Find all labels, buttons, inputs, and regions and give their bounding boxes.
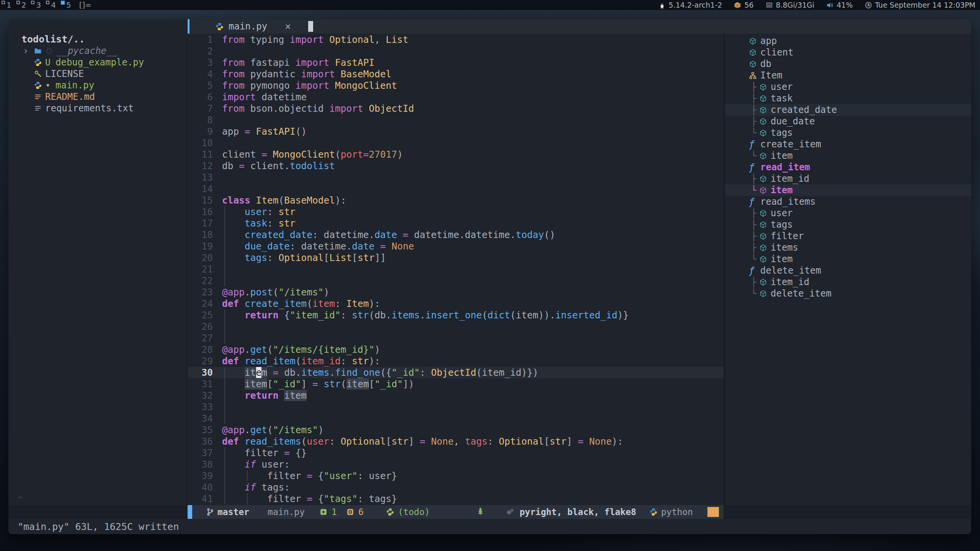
code-line-38[interactable]: 38│ if user: [188, 459, 724, 470]
file-main.py[interactable]: •main.py [8, 80, 187, 91]
code-line-3[interactable]: 3from fastapi import FastAPI [188, 57, 724, 68]
code-line-15[interactable]: 15class Item(BaseModel): [188, 195, 724, 206]
workspace-4[interactable]: 4 [46, 0, 56, 10]
outline-symbol-user[interactable]: ├user [725, 81, 971, 93]
workspace-2[interactable]: 2 [16, 0, 26, 10]
outline-symbol-item[interactable]: └item [725, 150, 971, 161]
code-line-6[interactable]: 6import datetime [188, 91, 724, 103]
code-line-36[interactable]: 36def read_items(user: Optional[str] = N… [188, 436, 724, 447]
code-line-13[interactable]: 13 [188, 172, 724, 183]
file-LICENSE[interactable]: LICENSE [8, 68, 187, 80]
lines-icon [34, 93, 45, 101]
code-line-39[interactable]: 39│ │ filter = {"user": user} [188, 470, 724, 482]
outline-symbol-filter[interactable]: ├filter [725, 230, 971, 242]
code-line-25[interactable]: 25│ return {"item_id": str(db.items.inse… [188, 310, 724, 321]
outline-symbol-user[interactable]: ├user [725, 207, 971, 219]
git-branch[interactable]: master [206, 507, 249, 517]
code-line-22[interactable]: 22│ [188, 275, 724, 287]
outline-symbol-client[interactable]: client [725, 47, 971, 58]
outline-symbol-create_item[interactable]: ƒcreate_item [725, 139, 971, 150]
code-line-16[interactable]: 16│ user: str [188, 206, 724, 218]
code-line-5[interactable]: 5from pymongo import MongoClient [188, 80, 724, 91]
code-line-31[interactable]: 31│ item["_id"] = str(item["_id"]) [188, 378, 724, 390]
code-line-20[interactable]: 20│ tags: Optional[List[str]] [188, 252, 724, 264]
tree-connector: └ [751, 128, 759, 138]
workspace-5[interactable]: 5 [61, 0, 71, 10]
close-icon[interactable]: × [285, 21, 291, 32]
code-line-10[interactable]: 10 [188, 137, 724, 149]
code-line-32[interactable]: 32│ return item [188, 390, 724, 401]
code-line-4[interactable]: 4from pydantic import BaseModel [188, 68, 724, 80]
code-line-29[interactable]: 29def read_item(item_id: str): [188, 355, 724, 367]
outline-symbol-db[interactable]: db [725, 58, 971, 70]
code-line-12[interactable]: 12db = client.todolist [188, 160, 724, 172]
code-line-37[interactable]: 37│ filter = {} [188, 447, 724, 459]
outline-symbol-item[interactable]: └item [725, 253, 971, 265]
code-line-24[interactable]: 24def create_item(item: Item): [188, 298, 724, 310]
code-line-26[interactable]: 26│ [188, 321, 724, 333]
code-line-17[interactable]: 17│ task: str [188, 218, 724, 229]
outline-symbol-app[interactable]: app [725, 35, 971, 47]
code-line-7[interactable]: 7from bson.objectid import ObjectId [188, 103, 724, 114]
code-area: 1from typing import Optional, List23from… [188, 34, 724, 505]
workspace-1[interactable]: 1 [2, 0, 11, 10]
outline-symbol-delete_item[interactable]: ƒdelete_item [725, 265, 971, 276]
code-line-30[interactable]: 30│ item = db.items.find_one({"_id": Obj… [188, 367, 724, 378]
line-number: 33 [188, 401, 213, 413]
code-line-40[interactable]: 40│ if tags: [188, 482, 724, 493]
code-line-33[interactable]: 33│ [188, 401, 724, 413]
code-line-19[interactable]: 19│ due_date: datetime.date = None [188, 241, 724, 252]
code-line-35[interactable]: 35@app.get("/items") [188, 424, 724, 436]
outline-symbol-tags[interactable]: ├tags [725, 219, 971, 230]
outline-symbol-delete_item[interactable]: └delete_item [725, 288, 971, 299]
statusline: mastermain.py16(todo)pyright, black, fla… [188, 505, 724, 519]
outline-symbol-due_date[interactable]: ├due_date [725, 116, 971, 127]
outline-symbol-created_date[interactable]: ├created_date [725, 104, 971, 116]
code-line-18[interactable]: 18│ created_date: datetime.date = dateti… [188, 229, 724, 241]
outline-symbol-read_items[interactable]: ƒread_items [725, 196, 971, 207]
code-line-8[interactable]: 8 [188, 114, 724, 126]
code-line-9[interactable]: 9app = FastAPI() [188, 126, 724, 137]
workspace-3[interactable]: 3 [31, 0, 41, 10]
workspace-square-icon [31, 1, 34, 4]
key-icon [34, 70, 45, 78]
code-line-2[interactable]: 2 [188, 46, 724, 57]
outline-symbol-read_item[interactable]: ƒread_item [725, 161, 971, 173]
line-number: 9 [188, 126, 213, 137]
outline-list: appclientdbItem├user├task├created_date├d… [725, 35, 971, 299]
file-requirements.txt[interactable]: requirements.txt [8, 103, 187, 114]
code-line-41[interactable]: 41│ │ filter = {"tags": tags} [188, 493, 724, 505]
outline-symbol-item_id[interactable]: ├item_id [725, 173, 971, 184]
tree-connector: ├ [751, 174, 759, 184]
code-line-11[interactable]: 11client = MongoClient(port=27017) [188, 149, 724, 160]
outline-symbol-item_id[interactable]: ├item_id [725, 276, 971, 288]
package-icon [733, 1, 742, 9]
file-debug_example.py[interactable]: Udebug_example.py [8, 57, 187, 68]
tab-main.py[interactable]: main.py× [215, 19, 291, 34]
line-number: 19 [188, 241, 213, 252]
file-__pycache__[interactable]: ›__pycache__ [8, 45, 187, 57]
lsp-servers: pyright, black, flake8 [506, 507, 636, 517]
outline-symbol-tags[interactable]: └tags [725, 127, 971, 139]
code-line-28[interactable]: 28@app.get("/items/{item_id}") [188, 344, 724, 355]
code-line-21[interactable]: 21│ [188, 264, 724, 275]
line-number: 37 [188, 447, 213, 459]
code-line-27[interactable]: 27│ [188, 333, 724, 344]
file-README.md[interactable]: README.md [8, 91, 187, 103]
outline-symbol-Item[interactable]: Item [725, 70, 971, 81]
cube-icon [759, 186, 768, 194]
code-editor[interactable]: 1from typing import Optional, List23from… [188, 34, 724, 505]
tree-connector: ├ [751, 208, 759, 218]
code-line-1[interactable]: 1from typing import Optional, List [188, 34, 724, 46]
line-number: 10 [188, 137, 213, 149]
outline-symbol-items[interactable]: ├items [725, 242, 971, 253]
line-number: 2 [188, 46, 213, 57]
workspaces: 12345 [0, 0, 76, 10]
tree-connector: ├ [751, 277, 759, 287]
line-number: 38 [188, 459, 213, 470]
outline-symbol-task[interactable]: ├task [725, 93, 971, 104]
code-line-23[interactable]: 23@app.post("/items") [188, 287, 724, 298]
code-line-14[interactable]: 14 [188, 183, 724, 195]
outline-symbol-item[interactable]: └item [725, 184, 971, 196]
code-line-34[interactable]: 34│ [188, 413, 724, 424]
